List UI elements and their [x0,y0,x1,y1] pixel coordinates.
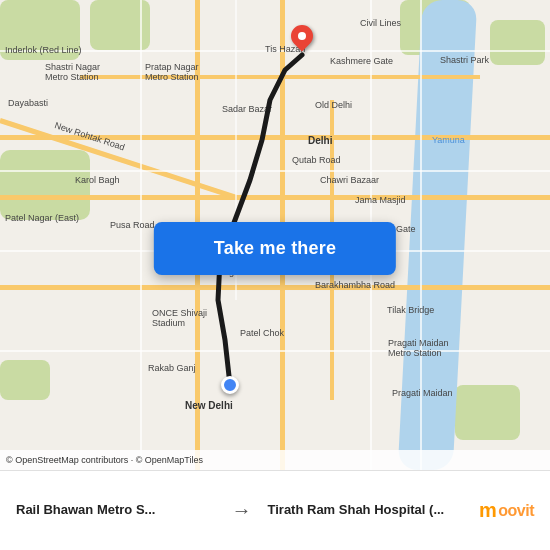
label-jama: Jama Masjid [355,195,406,205]
moovit-logo: m oovit [479,499,534,522]
moovit-logo-letter: m [479,499,496,522]
green-area-sw [0,360,50,400]
label-pragati-metro: Pragati MaidanMetro Station [388,338,449,358]
label-pragati: Pragati Maidan [392,388,453,398]
label-shastri-metro: Shastri NagarMetro Station [45,62,100,82]
label-rakab: Rakab Ganj [148,363,196,373]
road-minor-v3 [420,0,422,470]
label-shastri-park: Shastri Park [440,55,489,65]
label-qutab: Qutab Road [292,155,341,165]
road-minor-h2 [0,170,550,172]
bottom-bar: Rail Bhawan Metro S... → Tirath Ram Shah… [0,470,550,550]
label-pratap-metro: Pratap NagarMetro Station [145,62,199,82]
label-bara: Barakhambha Road [315,280,395,290]
label-chawri: Chawri Bazaar [320,175,379,185]
road-h3 [0,285,550,290]
label-dayabasti: Dayabasti [8,98,48,108]
map-attribution: © OpenStreetMap contributors · © OpenMap… [0,450,550,470]
label-pusa-road: Pusa Road [110,220,155,230]
label-sadar: Sadar Bazar [222,104,272,114]
green-area-se [455,385,520,440]
label-old-delhi: Old Delhi [315,100,352,110]
label-new-delhi: New Delhi [185,400,233,411]
to-station: Tirath Ram Shah Hospital (... [268,502,468,519]
from-station: Rail Bhawan Metro S... [16,502,216,519]
road-minor-v1 [140,0,142,470]
label-kashmere: Kashmere Gate [330,56,393,66]
destination-marker [291,25,313,55]
green-area-w1 [0,150,90,220]
take-me-there-button[interactable]: Take me there [154,222,396,275]
label-patel-chok: Patel Chok [240,328,284,338]
label-patel-nagar: Patel Nagar (East) [5,213,79,223]
label-delhi: Delhi [308,135,332,146]
label-inderlok: Inderlok (Red Line) [5,45,82,55]
origin-marker [221,376,239,394]
arrow-icon: → [216,499,268,522]
road-h2 [0,195,550,200]
moovit-logo-text: oovit [498,502,534,520]
label-onec: ONCE ShivajiStadium [152,308,207,328]
station-info: Rail Bhawan Metro S... → Tirath Ram Shah… [16,499,467,522]
label-karol-bagh: Karol Bagh [75,175,120,185]
road-minor-h4 [0,350,550,352]
map-container: Take me there Inderlok (Red Line) Shastr… [0,0,550,470]
green-area-ne2 [490,20,545,65]
label-civil-lines: Civil Lines [360,18,401,28]
label-yamuna: Yamuna [432,135,465,145]
label-tilak: Tilak Bridge [387,305,434,315]
